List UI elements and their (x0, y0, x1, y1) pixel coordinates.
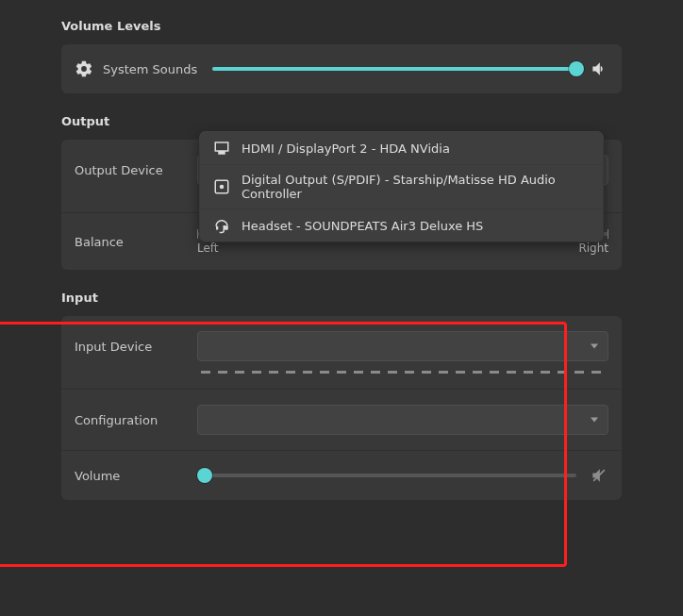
svg-rect-2 (216, 226, 218, 230)
system-sounds-label: System Sounds (75, 59, 197, 78)
configuration-combo[interactable] (197, 405, 608, 435)
monitor-icon (213, 140, 230, 157)
output-device-option-label: Headset - SOUNDPEATS Air3 Deluxe HS (242, 219, 483, 233)
output-device-label: Output Device (75, 163, 197, 177)
input-volume-slider[interactable] (197, 466, 576, 485)
input-heading: Input (61, 291, 622, 305)
balance-label: Balance (75, 235, 197, 249)
input-device-combo[interactable] (197, 331, 608, 361)
svg-point-1 (220, 185, 225, 190)
svg-rect-3 (225, 226, 227, 230)
input-level-meter (201, 371, 608, 374)
balance-right-label: Right (578, 241, 608, 255)
output-device-option[interactable]: Headset - SOUNDPEATS Air3 Deluxe HS (200, 208, 603, 241)
system-sounds-text: System Sounds (103, 62, 197, 76)
volume-levels-panel: System Sounds (61, 44, 622, 93)
output-device-option[interactable]: Digital Output (S/PDIF) - Starship/Matis… (200, 164, 603, 208)
input-volume-label: Volume (75, 469, 197, 483)
system-sounds-slider[interactable] (212, 59, 576, 78)
output-device-option[interactable]: HDMI / DisplayPort 2 - HDA NVidia (200, 132, 603, 164)
input-panel: Input Device Configuration Volume (61, 316, 622, 500)
volume-levels-heading: Volume Levels (61, 19, 622, 33)
configuration-label: Configuration (75, 413, 197, 427)
speaker-icon[interactable] (590, 59, 608, 78)
input-device-label: Input Device (75, 340, 197, 354)
balance-left-label: Left (197, 241, 219, 255)
gear-icon (75, 59, 93, 78)
headset-icon (213, 217, 230, 234)
mic-muted-icon[interactable] (590, 466, 608, 485)
output-device-dropdown: HDMI / DisplayPort 2 - HDA NVidiaDigital… (200, 132, 603, 241)
output-device-option-label: HDMI / DisplayPort 2 - HDA NVidia (242, 142, 450, 156)
output-heading: Output (61, 114, 622, 128)
output-device-option-label: Digital Output (S/PDIF) - Starship/Matis… (242, 173, 590, 201)
audio-card-icon (213, 178, 230, 195)
